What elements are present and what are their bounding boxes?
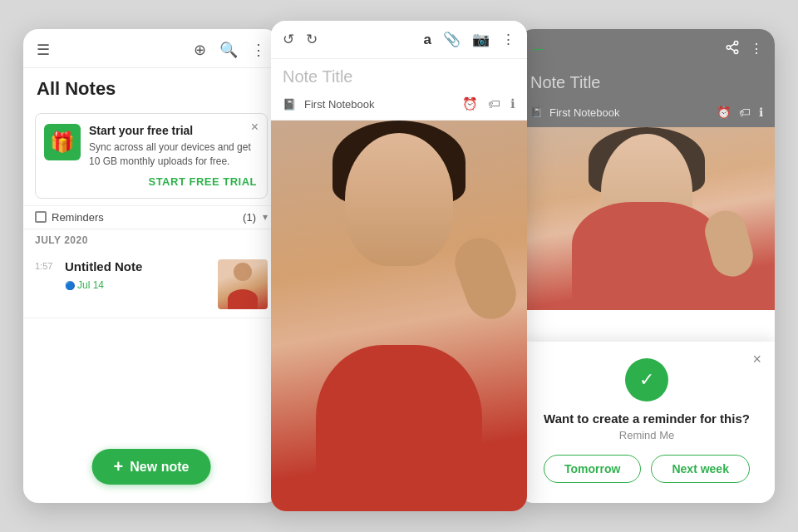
attachment-icon[interactable]: 📎 — [443, 31, 461, 48]
undo-icon[interactable]: ↺ — [283, 31, 294, 48]
right-note-image — [519, 127, 775, 310]
trial-title: Start your free trial — [89, 124, 257, 137]
right-more-icon[interactable]: ⋮ — [750, 41, 763, 57]
remind-me-label: Remind Me — [535, 429, 758, 441]
middle-phone: ↺ ↻ a 📎 📷 ⋮ Note Title 📓 First Notebook … — [271, 21, 527, 511]
reminders-section: Reminders (1) ▾ JULY 2020 1:57 Untitled … — [23, 205, 279, 318]
tag-icon[interactable]: 🏷 — [488, 96, 500, 111]
share-icon[interactable] — [725, 40, 740, 58]
reminders-count: (1) — [243, 211, 256, 224]
note-tag: 🔵 Jul 14 — [65, 279, 104, 291]
next-week-button[interactable]: Next week — [651, 455, 749, 483]
gift-icon: 🎁 — [44, 124, 81, 160]
middle-more-icon[interactable]: ⋮ — [501, 31, 515, 48]
more-icon[interactable]: ⋮ — [251, 41, 266, 59]
right-phone: ← ⋮ Note Title 📓 First Notebook ⏰ 🏷 ℹ — [519, 29, 775, 503]
right-notebook-name: First Notebook — [549, 106, 710, 119]
tomorrow-button[interactable]: Tomorrow — [544, 455, 641, 483]
svg-line-4 — [730, 43, 734, 46]
back-icon[interactable]: ← — [530, 39, 547, 58]
right-tag-icon[interactable]: 🏷 — [739, 106, 751, 119]
right-header: ← ⋮ — [519, 29, 775, 68]
right-info-icon[interactable]: ℹ — [759, 106, 763, 119]
trial-banner: × 🎁 Start your free trial Sync across al… — [35, 113, 268, 199]
camera-icon[interactable]: 📷 — [472, 31, 490, 48]
note-title-field[interactable]: Note Title — [271, 59, 527, 91]
new-note-label: New note — [130, 460, 189, 475]
note-title: Untitled Note — [65, 259, 211, 273]
right-notebook-icon: 📓 — [530, 106, 543, 118]
reminder-buttons: Tomorrow Next week — [535, 455, 758, 483]
redo-icon[interactable]: ↻ — [306, 31, 318, 48]
portrait-face — [345, 133, 453, 266]
plus-icon: + — [114, 458, 124, 475]
right-note-title: Note Title — [519, 68, 775, 101]
trial-banner-close[interactable]: × — [251, 121, 259, 134]
left-phone: ☰ ⊕ 🔍 ⋮ All Notes × 🎁 Start your free tr… — [23, 29, 279, 503]
text-format-icon[interactable]: a — [424, 32, 431, 48]
all-notes-title: All Notes — [23, 68, 279, 106]
svg-line-3 — [730, 48, 734, 51]
search-icon[interactable]: 🔍 — [219, 41, 238, 59]
reminders-header[interactable]: Reminders (1) ▾ — [23, 205, 279, 229]
middle-header: ↺ ↻ a 📎 📷 ⋮ — [271, 21, 527, 59]
info-icon[interactable]: ℹ — [510, 96, 515, 111]
trial-description: Sync across all your devices and get 10 … — [89, 140, 257, 169]
reminders-chevron-icon: ▾ — [263, 211, 268, 223]
right-reminder-icon[interactable]: ⏰ — [717, 106, 731, 119]
note-image — [271, 121, 527, 511]
reminders-checkbox — [35, 211, 47, 223]
reminder-close-button[interactable]: × — [752, 352, 761, 367]
reminder-icon[interactable]: ⏰ — [462, 96, 478, 111]
reminder-question: Want to create a reminder for this? — [535, 411, 758, 426]
notebook-icon: 📓 — [283, 98, 296, 111]
new-note-button[interactable]: + New note — [92, 449, 211, 485]
note-time: 1:57 — [35, 261, 58, 271]
reminders-label: Reminders — [52, 211, 243, 224]
portrait-hand — [448, 231, 524, 326]
note-thumbnail — [218, 259, 268, 309]
note-list-item[interactable]: 1:57 Untitled Note 🔵 Jul 14 — [23, 251, 279, 318]
hamburger-icon[interactable]: ☰ — [37, 41, 50, 59]
screens-container: ☰ ⊕ 🔍 ⋮ All Notes × 🎁 Start your free tr… — [0, 0, 798, 532]
right-portrait-body — [572, 202, 722, 310]
left-header: ☰ ⊕ 🔍 ⋮ — [23, 29, 279, 68]
sync-icon[interactable]: ⊕ — [194, 41, 206, 59]
tag-dot-icon: 🔵 — [65, 281, 75, 290]
trial-cta-button[interactable]: START FREE TRIAL — [89, 175, 257, 188]
date-section: JULY 2020 — [23, 229, 279, 251]
reminder-popup: × ✓ Want to create a reminder for this? … — [519, 342, 775, 503]
right-notebook-bar: 📓 First Notebook ⏰ 🏷 ℹ — [519, 101, 775, 127]
notebook-bar: 📓 First Notebook ⏰ 🏷 ℹ — [271, 91, 527, 121]
reminder-bell-icon: ✓ — [625, 358, 668, 401]
notebook-name: First Notebook — [304, 98, 454, 111]
portrait-body — [316, 345, 482, 511]
